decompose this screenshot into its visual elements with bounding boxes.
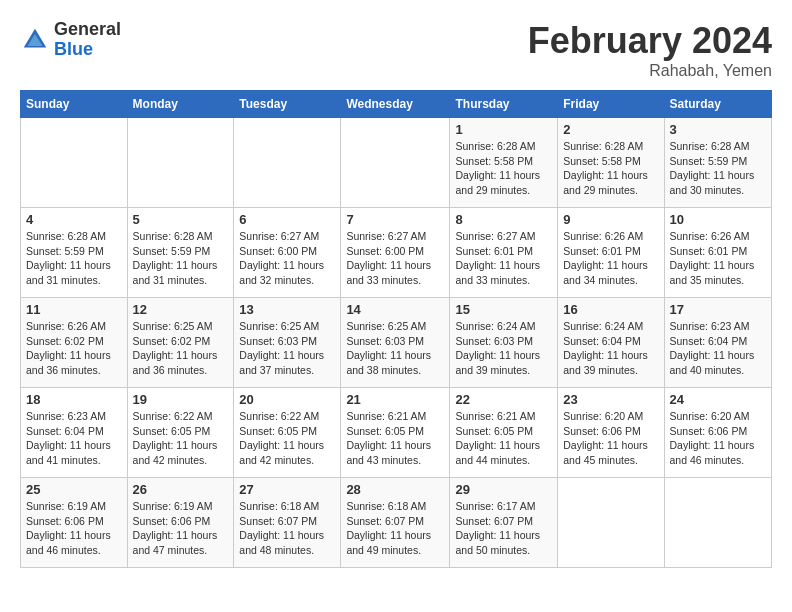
day-number: 28 [346, 482, 444, 497]
day-number: 27 [239, 482, 335, 497]
header-row: SundayMondayTuesdayWednesdayThursdayFrid… [21, 91, 772, 118]
calendar-cell: 25Sunrise: 6:19 AMSunset: 6:06 PMDayligh… [21, 478, 128, 568]
calendar-cell: 21Sunrise: 6:21 AMSunset: 6:05 PMDayligh… [341, 388, 450, 478]
day-info: Sunrise: 6:25 AMSunset: 6:03 PMDaylight:… [239, 319, 335, 378]
day-info: Sunrise: 6:18 AMSunset: 6:07 PMDaylight:… [239, 499, 335, 558]
day-info: Sunrise: 6:24 AMSunset: 6:03 PMDaylight:… [455, 319, 552, 378]
day-info: Sunrise: 6:18 AMSunset: 6:07 PMDaylight:… [346, 499, 444, 558]
calendar-cell: 4Sunrise: 6:28 AMSunset: 5:59 PMDaylight… [21, 208, 128, 298]
day-number: 2 [563, 122, 658, 137]
day-info: Sunrise: 6:24 AMSunset: 6:04 PMDaylight:… [563, 319, 658, 378]
day-info: Sunrise: 6:22 AMSunset: 6:05 PMDaylight:… [239, 409, 335, 468]
header-thursday: Thursday [450, 91, 558, 118]
calendar-cell: 14Sunrise: 6:25 AMSunset: 6:03 PMDayligh… [341, 298, 450, 388]
title-area: February 2024 Rahabah, Yemen [528, 20, 772, 80]
day-number: 7 [346, 212, 444, 227]
calendar-cell [341, 118, 450, 208]
day-info: Sunrise: 6:19 AMSunset: 6:06 PMDaylight:… [26, 499, 122, 558]
calendar-cell: 6Sunrise: 6:27 AMSunset: 6:00 PMDaylight… [234, 208, 341, 298]
day-info: Sunrise: 6:27 AMSunset: 6:00 PMDaylight:… [239, 229, 335, 288]
calendar-cell: 2Sunrise: 6:28 AMSunset: 5:58 PMDaylight… [558, 118, 664, 208]
day-info: Sunrise: 6:27 AMSunset: 6:01 PMDaylight:… [455, 229, 552, 288]
calendar-header: SundayMondayTuesdayWednesdayThursdayFrid… [21, 91, 772, 118]
day-number: 4 [26, 212, 122, 227]
calendar-cell: 5Sunrise: 6:28 AMSunset: 5:59 PMDaylight… [127, 208, 234, 298]
day-number: 12 [133, 302, 229, 317]
calendar-cell: 16Sunrise: 6:24 AMSunset: 6:04 PMDayligh… [558, 298, 664, 388]
header-monday: Monday [127, 91, 234, 118]
calendar-cell: 7Sunrise: 6:27 AMSunset: 6:00 PMDaylight… [341, 208, 450, 298]
day-info: Sunrise: 6:19 AMSunset: 6:06 PMDaylight:… [133, 499, 229, 558]
calendar-cell: 11Sunrise: 6:26 AMSunset: 6:02 PMDayligh… [21, 298, 128, 388]
day-info: Sunrise: 6:23 AMSunset: 6:04 PMDaylight:… [26, 409, 122, 468]
day-number: 10 [670, 212, 767, 227]
day-number: 14 [346, 302, 444, 317]
day-number: 3 [670, 122, 767, 137]
day-info: Sunrise: 6:21 AMSunset: 6:05 PMDaylight:… [455, 409, 552, 468]
calendar-cell: 18Sunrise: 6:23 AMSunset: 6:04 PMDayligh… [21, 388, 128, 478]
day-number: 1 [455, 122, 552, 137]
day-number: 17 [670, 302, 767, 317]
day-number: 23 [563, 392, 658, 407]
calendar-cell: 1Sunrise: 6:28 AMSunset: 5:58 PMDaylight… [450, 118, 558, 208]
day-info: Sunrise: 6:28 AMSunset: 5:59 PMDaylight:… [133, 229, 229, 288]
day-number: 15 [455, 302, 552, 317]
header-friday: Friday [558, 91, 664, 118]
calendar-cell: 19Sunrise: 6:22 AMSunset: 6:05 PMDayligh… [127, 388, 234, 478]
calendar-table: SundayMondayTuesdayWednesdayThursdayFrid… [20, 90, 772, 568]
calendar-cell [234, 118, 341, 208]
calendar-cell: 15Sunrise: 6:24 AMSunset: 6:03 PMDayligh… [450, 298, 558, 388]
logo: General Blue [20, 20, 121, 60]
calendar-cell [558, 478, 664, 568]
calendar-cell: 20Sunrise: 6:22 AMSunset: 6:05 PMDayligh… [234, 388, 341, 478]
day-number: 29 [455, 482, 552, 497]
week-row-3: 11Sunrise: 6:26 AMSunset: 6:02 PMDayligh… [21, 298, 772, 388]
day-info: Sunrise: 6:20 AMSunset: 6:06 PMDaylight:… [670, 409, 767, 468]
calendar-cell [664, 478, 772, 568]
day-number: 13 [239, 302, 335, 317]
day-info: Sunrise: 6:25 AMSunset: 6:02 PMDaylight:… [133, 319, 229, 378]
day-number: 5 [133, 212, 229, 227]
calendar-cell: 12Sunrise: 6:25 AMSunset: 6:02 PMDayligh… [127, 298, 234, 388]
day-number: 9 [563, 212, 658, 227]
day-info: Sunrise: 6:28 AMSunset: 5:58 PMDaylight:… [455, 139, 552, 198]
calendar-cell [21, 118, 128, 208]
calendar-cell: 26Sunrise: 6:19 AMSunset: 6:06 PMDayligh… [127, 478, 234, 568]
calendar-cell: 10Sunrise: 6:26 AMSunset: 6:01 PMDayligh… [664, 208, 772, 298]
calendar-cell: 29Sunrise: 6:17 AMSunset: 6:07 PMDayligh… [450, 478, 558, 568]
month-title: February 2024 [528, 20, 772, 62]
header-sunday: Sunday [21, 91, 128, 118]
header-saturday: Saturday [664, 91, 772, 118]
day-info: Sunrise: 6:22 AMSunset: 6:05 PMDaylight:… [133, 409, 229, 468]
day-info: Sunrise: 6:26 AMSunset: 6:01 PMDaylight:… [563, 229, 658, 288]
day-number: 22 [455, 392, 552, 407]
day-number: 21 [346, 392, 444, 407]
day-info: Sunrise: 6:28 AMSunset: 5:58 PMDaylight:… [563, 139, 658, 198]
calendar-cell: 9Sunrise: 6:26 AMSunset: 6:01 PMDaylight… [558, 208, 664, 298]
calendar-body: 1Sunrise: 6:28 AMSunset: 5:58 PMDaylight… [21, 118, 772, 568]
calendar-cell: 13Sunrise: 6:25 AMSunset: 6:03 PMDayligh… [234, 298, 341, 388]
day-number: 26 [133, 482, 229, 497]
day-number: 20 [239, 392, 335, 407]
page-header: General Blue February 2024 Rahabah, Yeme… [20, 20, 772, 80]
header-wednesday: Wednesday [341, 91, 450, 118]
day-info: Sunrise: 6:21 AMSunset: 6:05 PMDaylight:… [346, 409, 444, 468]
calendar-cell: 27Sunrise: 6:18 AMSunset: 6:07 PMDayligh… [234, 478, 341, 568]
day-number: 16 [563, 302, 658, 317]
day-number: 25 [26, 482, 122, 497]
day-number: 8 [455, 212, 552, 227]
day-info: Sunrise: 6:26 AMSunset: 6:02 PMDaylight:… [26, 319, 122, 378]
calendar-cell: 23Sunrise: 6:20 AMSunset: 6:06 PMDayligh… [558, 388, 664, 478]
logo-icon [20, 25, 50, 55]
logo-blue: Blue [54, 40, 121, 60]
day-number: 19 [133, 392, 229, 407]
day-number: 6 [239, 212, 335, 227]
calendar-cell: 22Sunrise: 6:21 AMSunset: 6:05 PMDayligh… [450, 388, 558, 478]
day-info: Sunrise: 6:25 AMSunset: 6:03 PMDaylight:… [346, 319, 444, 378]
week-row-2: 4Sunrise: 6:28 AMSunset: 5:59 PMDaylight… [21, 208, 772, 298]
calendar-cell: 17Sunrise: 6:23 AMSunset: 6:04 PMDayligh… [664, 298, 772, 388]
day-number: 24 [670, 392, 767, 407]
calendar-cell: 28Sunrise: 6:18 AMSunset: 6:07 PMDayligh… [341, 478, 450, 568]
week-row-1: 1Sunrise: 6:28 AMSunset: 5:58 PMDaylight… [21, 118, 772, 208]
day-number: 11 [26, 302, 122, 317]
